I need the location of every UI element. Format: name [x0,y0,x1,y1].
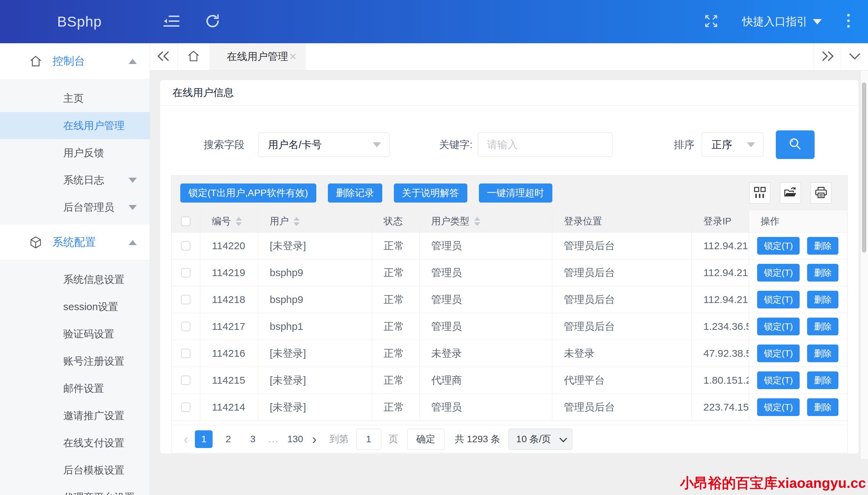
total-count-label: 共 1293 条 [455,433,500,446]
toolbar-icon-buttons [740,182,832,204]
sidebar-item-用户反馈[interactable]: 用户反馈 [0,139,150,166]
toolbar-button-1[interactable]: 删除记录 [328,183,382,203]
pagination-bar: ‹ 123...130 › 到第 页 确定 共 1293 条 10 条/页 [171,425,847,453]
tabs-scroll-right-button[interactable] [814,43,841,70]
delete-button[interactable]: 删除 [807,345,838,362]
export-icon-button[interactable] [780,182,801,204]
print-icon-button[interactable] [811,182,832,204]
search-field-value: 用户名/卡号 [268,138,322,152]
column-header-编号[interactable]: 编号 [200,210,258,232]
row-checkbox[interactable] [181,402,190,412]
row-checkbox[interactable] [181,349,190,358]
column-header-用户[interactable]: 用户 [258,210,372,232]
page-1[interactable]: 1 [195,430,213,448]
scrollbar-thumb[interactable] [862,82,866,253]
page-size-select[interactable]: 10 条/页 [508,429,573,450]
confirm-page-button[interactable]: 确定 [407,429,445,450]
kebab-menu-button[interactable] [841,13,855,31]
delete-button[interactable]: 删除 [807,291,838,308]
tabs-menu-button[interactable] [841,43,868,70]
sort-icon[interactable] [294,217,300,226]
tabs-scroll-left-button[interactable] [150,43,177,70]
cell-status: 正常 [372,233,420,259]
delete-button[interactable]: 删除 [807,398,838,416]
sidebar-section-1[interactable]: 系统配置 [0,224,150,260]
select-all-checkbox[interactable] [181,217,190,226]
sidebar-item-代理商平台设置[interactable]: 代理商平台设置 [0,484,150,495]
toolbar-button-3[interactable]: 一键清理超时 [479,183,552,203]
columns-icon-button[interactable] [749,182,770,204]
prev-page-button[interactable]: ‹ [184,432,188,446]
cell-ip: 112.94.215 [692,233,749,259]
sidebar-item-session设置[interactable]: session设置 [0,293,150,320]
sidebar-item-账号注册设置[interactable]: 账号注册设置 [0,348,150,375]
table-row: 114216[未登录]正常未登录未登录47.92.38.5锁定(T)删除 [171,340,847,367]
sidebar-section-label: 控制台 [52,54,85,69]
row-checkbox[interactable] [181,268,190,277]
sort-icon[interactable] [236,217,242,226]
sidebar-item-系统日志[interactable]: 系统日志 [0,166,150,194]
cell-user: bsphp9 [258,259,372,286]
lock-button[interactable]: 锁定(T) [757,237,800,255]
page-2[interactable]: 2 [219,430,237,448]
toolbar-button-2[interactable]: 关于说明解答 [394,183,467,203]
tab-home[interactable] [177,43,210,70]
delete-button[interactable]: 删除 [807,371,838,389]
sidebar-item-后台模板设置[interactable]: 后台模板设置 [0,457,150,484]
search-field-select[interactable]: 用户名/卡号 [258,132,389,157]
toolbar-button-0[interactable]: 锁定(T出用户,APP软件有效) [180,183,316,203]
caret-down-icon [747,142,755,147]
cell-status: 正常 [372,259,420,286]
sidebar-item-主页[interactable]: 主页 [0,85,150,112]
search-button[interactable] [776,130,815,159]
cell-location: 管理员后台 [552,286,692,313]
column-label: 用户类型 [431,215,469,228]
sidebar-section-label: 系统配置 [52,235,96,250]
row-checkbox[interactable] [181,295,190,304]
keyword-input[interactable] [478,132,613,157]
row-checkbox[interactable] [181,322,190,331]
sidebar-item-后台管理员[interactable]: 后台管理员 [0,194,150,221]
sidebar-section-0[interactable]: 控制台 [0,43,150,79]
row-checkbox[interactable] [181,376,190,385]
lock-button[interactable]: 锁定(T) [757,291,800,308]
tab-online-user-management[interactable]: 在线用户管理 ✕ [210,43,306,70]
row-checkbox-cell [171,313,200,340]
close-icon[interactable]: ✕ [289,52,297,62]
sidebar-item-系统信息设置[interactable]: 系统信息设置 [0,266,150,293]
sidebar-item-label: 用户反馈 [63,146,104,160]
refresh-button[interactable] [204,13,221,30]
lock-button[interactable]: 锁定(T) [757,398,800,416]
cell-id: 114215 [200,367,258,394]
next-page-button[interactable]: › [312,432,316,446]
caret-up-icon [129,59,137,64]
cell-location: 未登录 [552,340,692,367]
sidebar-item-邮件设置[interactable]: 邮件设置 [0,375,150,402]
page-130[interactable]: 130 [285,430,305,448]
goto-page-input[interactable] [356,429,381,450]
sort-icon[interactable] [474,217,480,226]
lock-button[interactable]: 锁定(T) [757,264,800,282]
sidebar-item-验证码设置[interactable]: 验证码设置 [0,320,150,348]
table-toolbar: 锁定(T出用户,APP软件有效)删除记录关于说明解答一键清理超时 [171,176,847,210]
row-checkbox[interactable] [181,241,190,251]
sidebar-item-邀请推广设置[interactable]: 邀请推广设置 [0,402,150,429]
search-field-label: 搜索字段 [204,138,245,152]
delete-button[interactable]: 删除 [807,318,838,335]
menu-fold-button[interactable] [163,13,180,31]
lock-button[interactable]: 锁定(T) [757,371,800,389]
fullscreen-button[interactable] [703,14,719,30]
delete-button[interactable]: 删除 [807,264,838,282]
cell-type: 管理员 [420,394,552,420]
quick-entry-menu[interactable]: 快捷入口指引 [742,14,822,29]
column-header-用户类型[interactable]: 用户类型 [420,210,552,232]
sidebar-item-在线用户管理[interactable]: 在线用户管理 [0,112,150,139]
sidebar-item-在线支付设置[interactable]: 在线支付设置 [0,429,150,457]
vertical-scrollbar[interactable] [860,71,868,459]
lock-button[interactable]: 锁定(T) [757,345,800,362]
cell-actions: 锁定(T)删除 [749,286,847,313]
delete-button[interactable]: 删除 [807,237,838,255]
sort-select[interactable]: 正序 [702,132,764,157]
page-3[interactable]: 3 [244,430,262,448]
lock-button[interactable]: 锁定(T) [757,318,800,335]
